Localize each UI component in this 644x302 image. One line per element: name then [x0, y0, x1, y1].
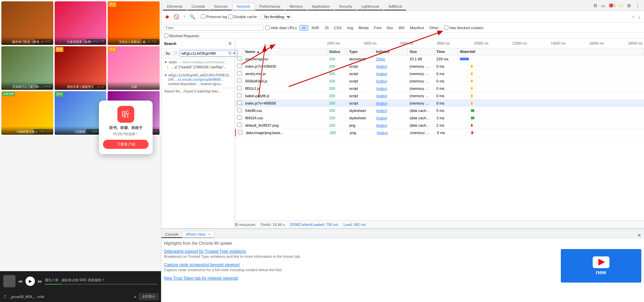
tab-network[interactable]: Network [232, 3, 255, 10]
row-checkbox[interactable] [237, 108, 241, 112]
table-row[interactable]: f852c1.js 200 script (index) (memory … 0… [235, 85, 644, 92]
row-initiator[interactable]: (index) [374, 123, 408, 128]
col-header-initiator[interactable]: Initiator [374, 48, 408, 55]
filter-manifest[interactable]: Manifest [408, 25, 426, 31]
filter-media[interactable]: Media [356, 25, 371, 31]
list-item[interactable]: 优选 🎧 20.47 国色天香 | 探险寻宝 [55, 46, 107, 90]
feature-link[interactable]: Capture node screenshot beyond viewport [164, 262, 348, 267]
fetch-xhr-button[interactable]: ↑ [182, 13, 187, 20]
tab-performance[interactable]: Performance [255, 3, 285, 10]
disable-cache-label[interactable]: Disable cache [228, 14, 257, 19]
blocked-requests-checkbox[interactable] [164, 34, 168, 38]
search-close-button[interactable]: ✕ [228, 41, 232, 46]
row-initiator[interactable]: (index) [374, 115, 408, 121]
row-checkbox[interactable] [237, 56, 241, 61]
col-header-waterfall[interactable]: Waterfall [458, 48, 644, 55]
show-all-button[interactable]: 全部显示 [139, 293, 158, 300]
play-button[interactable]: ▶ [25, 277, 35, 286]
col-header-type[interactable]: Type [347, 48, 374, 55]
search-button[interactable]: 🔍 [188, 13, 197, 20]
has-blocked-cookies-label[interactable]: Has blocked cookies [444, 25, 483, 30]
progress-bar[interactable] [45, 284, 158, 285]
tab-adblock[interactable]: AdBlock [384, 3, 406, 10]
row-checkbox[interactable] [237, 123, 241, 127]
row-checkbox[interactable] [237, 86, 241, 90]
row-initiator[interactable]: (index) [374, 108, 408, 113]
dot-button[interactable]: .* [173, 51, 178, 56]
hide-data-urls-label[interactable]: Hide data URLs [265, 25, 297, 30]
preserve-log-checkbox[interactable] [201, 14, 205, 19]
aa-button[interactable]: Aa [164, 51, 171, 56]
table-row[interactable]: 54e98.css 200 stylesheet (index) (disk c… [235, 107, 644, 114]
preserve-log-label[interactable]: Preserve log [201, 14, 227, 19]
search-clear-button[interactable]: ✕ [232, 51, 236, 56]
tab-sources[interactable]: Sources [210, 3, 232, 10]
table-row[interactable]: sentry.min.js 200 script (index) (memory… [235, 70, 644, 77]
row-initiator[interactable]: (index) [374, 71, 408, 76]
export-button[interactable]: ↓ [637, 13, 642, 20]
list-item[interactable]: 🎧 2.64亿 天命除刀人 | 道门神… [1, 46, 53, 90]
tab-console[interactable]: Console [187, 3, 209, 10]
list-item[interactable]: 🎧 7954.7万 大唐洗冤录（免费） [55, 1, 107, 45]
table-row[interactable]: default_9c0f537.png 200 png (index) (dis… [235, 122, 644, 129]
tab-whats-new[interactable]: What's New ✕ [182, 231, 214, 238]
feature-link[interactable]: Debugging support for Trusted Type viola… [164, 249, 348, 254]
clear-button[interactable]: 🚫 [172, 13, 180, 20]
row-initiator[interactable]: (index) [374, 93, 408, 99]
tab-close-icon[interactable]: ✕ [208, 233, 211, 236]
download-button[interactable]: 下载客户端 [103, 140, 149, 149]
import-button[interactable]: ↑ [631, 13, 636, 20]
filter-font[interactable]: Font [372, 25, 384, 31]
more-icon[interactable]: ⋮ [634, 2, 641, 9]
row-checkbox[interactable] [238, 130, 242, 134]
filter-other[interactable]: Other [427, 25, 441, 31]
blocked-requests-label[interactable]: Blocked Requests [164, 34, 199, 38]
list-item[interactable]: 全集免费 🎧 7851.3万 闪婚娇妻太撩人 [1, 91, 53, 135]
settings-icon[interactable]: ⚙ [626, 2, 633, 9]
table-row[interactable]: f89324.css 200 stylesheet (index) (disk … [235, 114, 644, 122]
filter-xhr[interactable]: XHR [309, 25, 321, 31]
search-input[interactable] [181, 51, 228, 55]
row-checkbox[interactable] [237, 93, 241, 98]
col-header-size[interactable]: Size [408, 48, 434, 55]
col-header-name[interactable]: Name ▲ [243, 48, 327, 55]
table-row[interactable]: index.js?v=436630 200 script (index) (me… [235, 63, 644, 70]
row-checkbox[interactable] [237, 71, 241, 75]
row-checkbox[interactable] [237, 78, 241, 83]
filter-img[interactable]: Img [345, 25, 356, 31]
tab-application[interactable]: Application [308, 3, 334, 10]
search-result-item[interactable]: 1 ...a":{"trackId":17084159,"canPlay"... [164, 65, 232, 70]
filter-doc[interactable]: Doc [384, 25, 396, 31]
row-initiator[interactable]: (index) [374, 64, 408, 69]
feature-link[interactable]: New Trust Token tab for network requests [164, 276, 348, 281]
table-row[interactable]: 5666d43a0.js 200 script (index) (memory … [235, 77, 644, 85]
table-row[interactable]: index.js?v=489556 200 script (index) (me… [235, 100, 644, 107]
col-header-status[interactable]: Status [327, 48, 347, 55]
record-button[interactable]: ⏺ [163, 13, 171, 20]
has-blocked-cookies-checkbox[interactable] [444, 25, 448, 30]
next-button[interactable]: ⏭ [38, 279, 42, 284]
row-initiator[interactable]: Other [374, 56, 408, 62]
prev-button[interactable]: ⏮ [18, 279, 23, 284]
split-icon[interactable]: ▭ [600, 2, 607, 9]
search-refresh-button[interactable]: ↻ [228, 51, 232, 56]
dock-icon[interactable]: ⧉ [592, 2, 598, 9]
filter-ws[interactable]: WS [396, 25, 407, 31]
hide-data-urls-checkbox[interactable] [265, 25, 270, 30]
filter-input[interactable] [163, 25, 264, 31]
list-item[interactable]: 🎧 16.53亿 都市奇门医圣（果维… [1, 1, 53, 45]
row-checkbox[interactable] [237, 64, 241, 68]
row-checkbox[interactable] [237, 101, 241, 105]
filter-js[interactable]: JS [322, 25, 331, 31]
row-checkbox[interactable] [237, 115, 241, 120]
tab-lighthouse[interactable]: Lighthouse [357, 3, 384, 10]
list-item[interactable]: 优选 🎧 20.70亿 王的女人谁敢动 | 爆… [108, 1, 160, 45]
tab-console-bottom[interactable]: Console [161, 231, 182, 238]
filter-all[interactable]: All [300, 25, 308, 31]
list-item[interactable]: 优选 山猫 [108, 46, 160, 90]
tab-security[interactable]: Security [334, 3, 357, 10]
tab-memory[interactable]: Memory [285, 3, 307, 10]
bottom-panel-close-button[interactable]: ✕ [637, 233, 641, 238]
filter-css[interactable]: CSS [332, 25, 344, 31]
row-initiator[interactable]: (index) [374, 78, 408, 84]
